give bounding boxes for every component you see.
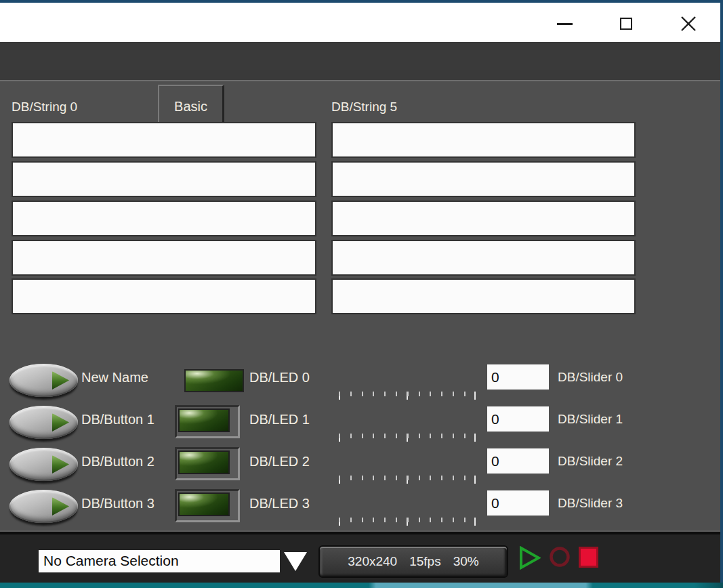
led-label: DB/LED 1 bbox=[249, 412, 310, 427]
button-label: DB/Button 2 bbox=[81, 454, 154, 469]
taskbar-strip bbox=[0, 583, 723, 588]
tab-basic[interactable]: Basic bbox=[158, 85, 224, 127]
slider-ticks bbox=[339, 518, 476, 526]
minimize-button[interactable] bbox=[549, 11, 580, 37]
slider-ticks bbox=[339, 392, 476, 400]
slider-label: DB/Slider 3 bbox=[558, 496, 623, 511]
slider-value-input[interactable]: 0 bbox=[487, 364, 549, 390]
maximize-button[interactable] bbox=[611, 11, 642, 37]
camera-cpu: 30% bbox=[453, 554, 479, 569]
button-label: DB/Button 3 bbox=[81, 496, 154, 511]
close-icon bbox=[680, 15, 697, 33]
led-indicator bbox=[184, 369, 244, 392]
led-label: DB/LED 0 bbox=[249, 370, 310, 385]
slider-label: DB/Slider 1 bbox=[558, 412, 623, 427]
led-indicator bbox=[175, 447, 240, 480]
record-icon bbox=[552, 549, 569, 566]
toggle-button[interactable] bbox=[9, 448, 78, 481]
maximize-icon bbox=[620, 18, 632, 30]
button-label: DB/Button 1 bbox=[81, 412, 154, 427]
toggle-button[interactable] bbox=[9, 364, 78, 397]
toggle-arrow-icon bbox=[52, 455, 69, 474]
string-column-label: DB/String 0 bbox=[12, 100, 77, 114]
titlebar bbox=[0, 3, 723, 42]
string-input[interactable] bbox=[331, 122, 636, 158]
led-lens bbox=[178, 408, 230, 432]
string-input[interactable] bbox=[12, 201, 316, 236]
window-border-right bbox=[720, 0, 723, 583]
led-indicator bbox=[175, 489, 240, 522]
string-input[interactable] bbox=[12, 122, 316, 158]
slider-label: DB/Slider 0 bbox=[558, 370, 623, 385]
string-input[interactable] bbox=[331, 161, 636, 197]
stop-button[interactable] bbox=[579, 547, 598, 568]
camera-stats-button[interactable]: 320x240 15fps 30% bbox=[318, 545, 508, 578]
window-border-top bbox=[0, 0, 723, 3]
string-input[interactable] bbox=[331, 278, 636, 314]
record-button[interactable] bbox=[549, 546, 571, 568]
toggle-arrow-icon bbox=[52, 371, 69, 390]
string-column-label: DB/String 5 bbox=[331, 100, 397, 114]
dropdown-arrow-icon[interactable] bbox=[284, 552, 307, 571]
play-icon bbox=[521, 548, 539, 568]
string-input[interactable] bbox=[12, 240, 316, 276]
toggle-button[interactable] bbox=[9, 406, 78, 439]
toggle-arrow-icon bbox=[52, 413, 69, 432]
close-button[interactable] bbox=[673, 11, 704, 37]
slider-ticks bbox=[339, 476, 476, 484]
string-input[interactable] bbox=[331, 240, 636, 276]
led-label: DB/LED 3 bbox=[249, 496, 310, 511]
toggle-arrow-icon bbox=[52, 497, 69, 516]
led-lens bbox=[178, 492, 230, 516]
toggle-button[interactable] bbox=[9, 490, 78, 523]
slider-value-input[interactable]: 0 bbox=[487, 406, 549, 432]
minimize-icon bbox=[557, 23, 573, 25]
dashboard-window: Drive Camera Basic Custom Test Commands … bbox=[0, 0, 723, 588]
camera-resolution: 320x240 bbox=[348, 554, 397, 569]
string-input[interactable] bbox=[331, 201, 636, 236]
button-label: New Name bbox=[81, 370, 148, 385]
camera-fps: 15fps bbox=[409, 554, 440, 569]
camera-bar: No Camera Selection 320x240 15fps 30% bbox=[0, 530, 723, 583]
camera-select-dropdown[interactable]: No Camera Selection bbox=[39, 550, 280, 572]
play-button[interactable] bbox=[519, 546, 541, 570]
slider-ticks bbox=[339, 434, 476, 442]
slider-value-input[interactable]: 0 bbox=[487, 448, 549, 474]
led-lens bbox=[178, 450, 230, 474]
tab-bar: Drive Camera Basic Custom Test Commands … bbox=[0, 42, 723, 80]
led-label: DB/LED 2 bbox=[249, 454, 310, 469]
string-input[interactable] bbox=[12, 278, 316, 314]
slider-value-input[interactable]: 0 bbox=[487, 490, 549, 516]
slider-label: DB/Slider 2 bbox=[558, 454, 623, 469]
led-indicator bbox=[175, 405, 240, 438]
string-input[interactable] bbox=[12, 161, 316, 197]
